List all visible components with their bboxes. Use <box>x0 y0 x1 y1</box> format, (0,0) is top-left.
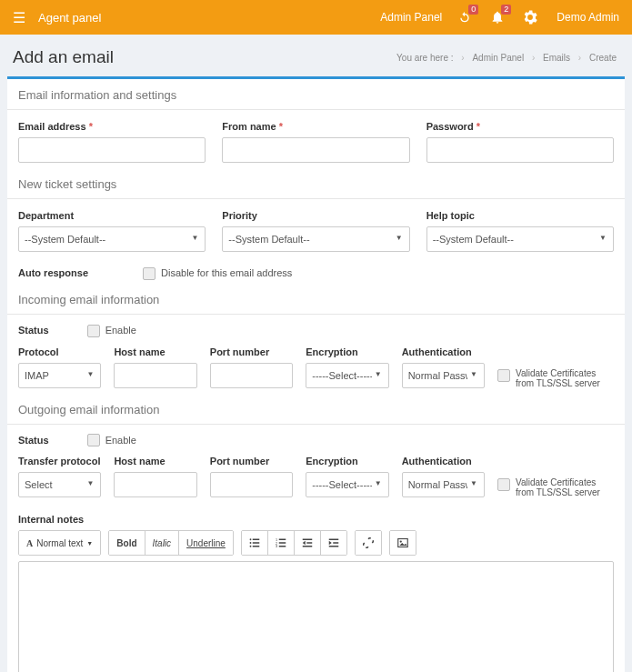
department-label: Department <box>18 210 206 221</box>
refresh-icon[interactable]: 0 <box>455 7 475 27</box>
incoming-port-label: Port number <box>210 346 293 357</box>
bell-badge: 2 <box>501 5 511 15</box>
bold-button[interactable]: Bold <box>109 531 145 555</box>
svg-rect-19 <box>329 546 339 547</box>
internal-notes-label: Internal notes <box>7 503 625 525</box>
page-header: Add an email You are here : › Admin Pane… <box>0 35 632 76</box>
breadcrumb-here: You are here : <box>396 53 453 63</box>
menu-icon[interactable]: ☰ <box>13 9 25 26</box>
password-input[interactable] <box>426 137 614 163</box>
svg-rect-12 <box>303 539 313 541</box>
svg-rect-9 <box>279 543 286 545</box>
incoming-host-label: Host name <box>114 346 196 357</box>
svg-marker-13 <box>303 541 306 546</box>
outgoing-transfer-protocol-label: Transfer protocol <box>18 456 101 466</box>
priority-label: Priority <box>222 210 409 221</box>
svg-rect-1 <box>253 539 260 541</box>
outgoing-port-label: Port number <box>210 456 293 466</box>
incoming-validate-cert-checkbox[interactable]: Validate Certificates from TLS/SSL serve… <box>497 366 614 388</box>
svg-marker-17 <box>329 541 332 546</box>
main-panel: Email information and settings Email add… <box>7 76 625 672</box>
outgoing-auth-select[interactable]: Normal Password <box>402 472 485 497</box>
svg-text:3: 3 <box>276 546 277 549</box>
priority-select[interactable]: --System Default-- <box>222 226 409 252</box>
image-icon[interactable] <box>390 531 416 555</box>
incoming-encryption-label: Encryption <box>306 346 388 357</box>
outgoing-port-input[interactable] <box>210 472 293 497</box>
breadcrumb-create: Create <box>589 53 617 63</box>
incoming-enable-checkbox[interactable]: Enable <box>87 324 136 337</box>
italic-button[interactable]: Italic <box>145 531 180 555</box>
outgoing-auth-label: Authentication <box>402 456 485 466</box>
svg-rect-15 <box>303 546 313 547</box>
incoming-protocol-select[interactable]: IMAP <box>18 363 101 388</box>
refresh-badge: 0 <box>468 5 478 15</box>
section-incoming: Incoming email information <box>7 284 625 315</box>
incoming-host-input[interactable] <box>114 363 196 388</box>
topbar: ☰ Agent panel Admin Panel 0 2 Demo Admin <box>0 0 632 35</box>
svg-point-4 <box>249 546 251 547</box>
internal-notes-editor[interactable] <box>18 561 614 672</box>
outgoing-validate-cert-checkbox[interactable]: Validate Certificates from TLS/SSL serve… <box>497 476 614 497</box>
outgoing-enable-checkbox[interactable]: Enable <box>87 434 136 447</box>
outgoing-transfer-protocol-select[interactable]: Select <box>18 472 101 497</box>
svg-rect-3 <box>253 543 260 545</box>
from-name-label: From name * <box>222 121 409 132</box>
panel-title: Agent panel <box>38 11 101 25</box>
svg-point-2 <box>249 543 251 545</box>
svg-rect-5 <box>253 546 260 547</box>
help-topic-select[interactable]: --System Default-- <box>426 226 614 252</box>
svg-rect-16 <box>329 539 339 541</box>
svg-rect-20 <box>398 539 408 547</box>
outgoing-host-input[interactable] <box>114 472 196 497</box>
svg-rect-7 <box>279 539 286 541</box>
unordered-list-icon[interactable] <box>242 531 268 555</box>
svg-rect-11 <box>279 546 286 547</box>
page-title: Add an email <box>13 47 114 67</box>
section-email-info: Email information and settings <box>7 79 625 110</box>
outdent-icon[interactable] <box>295 531 321 555</box>
outgoing-host-label: Host name <box>114 456 196 466</box>
incoming-port-input[interactable] <box>210 363 293 388</box>
breadcrumb: You are here : › Admin Panel › Emails › … <box>394 53 619 63</box>
incoming-protocol-label: Protocol <box>18 346 101 357</box>
incoming-status-label: Status <box>18 325 49 336</box>
user-label[interactable]: Demo Admin <box>557 11 619 24</box>
svg-rect-18 <box>333 543 338 545</box>
section-new-ticket: New ticket settings <box>7 168 625 199</box>
editor-toolbar: A Normal text ▼ Bold Italic Underline 12… <box>7 525 625 556</box>
section-outgoing: Outgoing email information <box>7 394 625 425</box>
svg-rect-14 <box>306 543 312 545</box>
password-label: Password * <box>426 121 614 132</box>
svg-point-21 <box>400 541 402 543</box>
incoming-encryption-select[interactable]: -----Select----- <box>306 363 388 388</box>
outgoing-encryption-select[interactable]: -----Select----- <box>306 472 388 497</box>
incoming-auth-select[interactable]: Normal Password <box>402 363 485 388</box>
breadcrumb-admin[interactable]: Admin Panel <box>472 53 524 63</box>
indent-icon[interactable] <box>321 531 346 555</box>
font-style-dropdown[interactable]: A Normal text ▼ <box>19 531 100 555</box>
underline-button[interactable]: Underline <box>179 531 233 555</box>
link-icon[interactable] <box>356 531 381 555</box>
email-address-input[interactable] <box>18 137 206 163</box>
help-topic-label: Help topic <box>426 210 614 221</box>
bell-icon[interactable]: 2 <box>487 7 507 27</box>
svg-marker-22 <box>399 543 406 546</box>
outgoing-status-label: Status <box>18 435 49 446</box>
incoming-auth-label: Authentication <box>402 346 485 357</box>
disable-auto-response-checkbox[interactable]: Disable for this email address <box>143 266 292 280</box>
auto-response-label: Auto response <box>18 267 88 278</box>
outgoing-encryption-label: Encryption <box>306 456 388 466</box>
admin-panel-link[interactable]: Admin Panel <box>380 11 442 24</box>
ordered-list-icon[interactable]: 123 <box>268 531 295 555</box>
from-name-input[interactable] <box>222 137 409 163</box>
department-select[interactable]: --System Default-- <box>18 226 206 252</box>
gear-icon[interactable] <box>520 7 540 27</box>
breadcrumb-emails[interactable]: Emails <box>543 53 570 63</box>
email-address-label: Email address * <box>18 121 206 132</box>
svg-point-0 <box>249 539 251 541</box>
